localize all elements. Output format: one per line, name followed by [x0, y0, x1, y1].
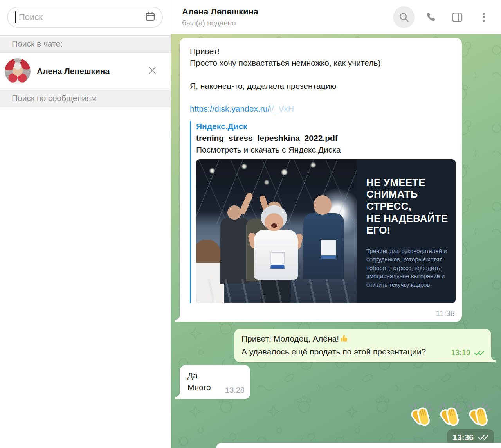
- poster-photo: [196, 159, 357, 303]
- search-bar-container: [0, 0, 171, 35]
- chat-name: Алена Лепешкина: [37, 67, 141, 76]
- photo-person: [314, 195, 332, 215]
- incoming-message-bubble[interactable]: Да Много 13:28: [180, 365, 250, 399]
- message-line: А удавалось ещё продать по этой презента…: [241, 346, 484, 358]
- photo-person: [227, 205, 241, 220]
- message-line: Просто хочу похвастаться немножко, как у…: [190, 57, 451, 69]
- message-input-area[interactable]: [216, 443, 501, 448]
- clapping-hands-emoji: [408, 401, 433, 427]
- search-sidebar: Поиск в чате: Алена Лепешкина Поиск по с…: [0, 0, 171, 448]
- photo-floor: [196, 279, 357, 303]
- photo-person: [265, 213, 283, 231]
- menu-icon[interactable]: [473, 6, 495, 28]
- calendar-icon[interactable]: [145, 11, 156, 23]
- chat-header: Алена Лепешкина был(а) недавно: [171, 0, 501, 34]
- photo-badge: [270, 252, 285, 269]
- close-icon[interactable]: [147, 65, 157, 77]
- bubble-tail: [175, 315, 180, 322]
- chat-panel: Алена Лепешкина был(а) недавно: [171, 0, 501, 448]
- search-messages-label: Поиск по сообщениям: [0, 90, 171, 107]
- double-check-icon: [478, 434, 488, 440]
- photo-person: [220, 217, 249, 284]
- double-check-icon: [474, 350, 485, 356]
- message-line: Привет! Молодец, Алёна!: [241, 333, 484, 346]
- message-timestamp: 13:28: [225, 385, 245, 396]
- poster-text-panel: НЕ УМЕЕТЕ СНИМАТЬ СТРЕСС, НЕ НАДЕВАЙТЕ Е…: [357, 159, 456, 303]
- message-timestamp: 11:38: [436, 308, 455, 319]
- message-timestamp: 13:19: [451, 347, 470, 358]
- bubble-tail: [491, 356, 496, 362]
- chat-search-scope-item[interactable]: Алена Лепешкина: [0, 53, 171, 90]
- thumbs-up-emoji: [340, 334, 348, 346]
- poster-title: НЕ УМЕЕТЕ СНИМАТЬ СТРЕСС, НЕ НАДЕВАЙТЕ Е…: [366, 176, 451, 236]
- message-history: Привет! Просто хочу похвастаться немножк…: [171, 34, 501, 448]
- chat-header-info[interactable]: Алена Лепешкина был(а) недавно: [182, 7, 393, 27]
- message-line: Привет!: [190, 45, 451, 57]
- sidebar-toggle-icon[interactable]: [446, 6, 468, 28]
- photo-badge: [321, 240, 336, 259]
- message-timestamp: 13:36: [452, 433, 474, 442]
- chat-status: был(а) недавно: [182, 19, 393, 27]
- clapping-hands-emoji: [466, 401, 491, 427]
- avatar: [5, 58, 31, 84]
- outgoing-message-bubble[interactable]: Привет! Молодец, Алёна! А удавалось ещё …: [234, 329, 491, 362]
- text-cursor: [15, 11, 16, 23]
- message-line: Я, наконец-то, доделала презентацию: [190, 80, 451, 92]
- search-input[interactable]: [19, 12, 145, 22]
- link-preview-image[interactable]: НЕ УМЕЕТЕ СНИМАТЬ СТРЕСС, НЕ НАДЕВАЙТЕ Е…: [196, 159, 456, 303]
- link-preview-site[interactable]: Яндекс.Диск: [196, 121, 451, 132]
- message-line: Да: [187, 370, 243, 381]
- bubble-tail: [175, 392, 180, 399]
- outgoing-emoji-message[interactable]: [408, 401, 491, 427]
- chat-title: Алена Лепешкина: [182, 7, 393, 17]
- message-link[interactable]: https://disk.yandex.ru/i/_VkH: [190, 103, 451, 115]
- header-actions: [393, 6, 495, 28]
- redacted-link-part: i/_VkH: [270, 104, 294, 113]
- poster-subtitle: Тренинг для руководителей и сотрудников,…: [366, 247, 451, 289]
- phone-icon[interactable]: [420, 6, 442, 28]
- link-preview[interactable]: Яндекс.Диск trening_stress_lepeshkina_20…: [190, 121, 451, 303]
- telegram-app: Поиск в чате: Алена Лепешкина Поиск по с…: [0, 0, 501, 448]
- search-field[interactable]: [7, 7, 163, 28]
- photo-person: [271, 223, 277, 228]
- clapping-hands-emoji: [437, 401, 462, 427]
- link-preview-description: Посмотреть и скачать с Яндекс.Диска: [196, 144, 451, 156]
- link-preview-filename: trening_stress_lepeshkina_2022.pdf: [196, 132, 451, 144]
- search-in-chat-label: Поиск в чате:: [0, 35, 171, 53]
- incoming-message-bubble[interactable]: Привет! Просто хочу похвастаться немножк…: [180, 38, 462, 322]
- search-icon[interactable]: [393, 6, 415, 28]
